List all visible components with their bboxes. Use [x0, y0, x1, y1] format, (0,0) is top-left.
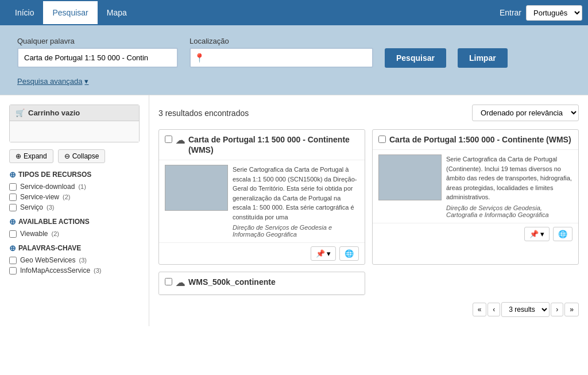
card-2-thumbnail [378, 154, 442, 200]
checkbox-service-download[interactable] [9, 183, 17, 191]
page-next-button[interactable]: › [551, 303, 563, 316]
cart-box: 🛒 Carrinho vazio [9, 105, 140, 142]
cart-body [10, 121, 139, 142]
card-2-description: Serie Cartografica da Carta de Portugal … [446, 154, 572, 202]
card-3-top: ☁ WMS_500k_continente [159, 272, 365, 295]
clear-button[interactable]: Limpar [458, 48, 508, 68]
nav-right: Entrar Português [500, 5, 582, 21]
card-2-checkbox[interactable] [378, 136, 386, 143]
card-2-info: Serie Cartografica da Carta de Portugal … [446, 154, 572, 218]
sort-select[interactable]: Ordenado por relevância [472, 105, 579, 121]
card-3-title: ☁ WMS_500k_continente [176, 277, 276, 289]
search-bar: Qualquer palavra Localização 📍 Pesquisar… [0, 25, 588, 95]
checkbox-viewable[interactable] [9, 230, 17, 238]
navbar: Início Pesquisar Mapa Entrar Português [0, 0, 588, 25]
minus-circle-icon: ⊖ [64, 152, 70, 160]
globe-icon-2: 🌐 [558, 230, 567, 238]
card-2-body: Serie Cartografica da Carta de Portugal … [373, 150, 578, 223]
card-3-checkbox[interactable] [165, 278, 172, 285]
filter-geo-webservices: Geo WebServices (3) [9, 256, 140, 264]
main-content: 3 resultados encontrados Ordenado por re… [149, 95, 588, 326]
chevron-down-icon-2: ▾ [540, 230, 544, 238]
keywords-section-title: ⊕ PALAVRAS-CHAVE [9, 243, 140, 253]
sidebar: 🛒 Carrinho vazio ⊕ Expand ⊖ Collapse ⊕ T… [0, 95, 149, 326]
entrar-button[interactable]: Entrar [500, 8, 521, 17]
card-1-thumbnail [165, 165, 228, 211]
page-last-button[interactable]: » [564, 303, 579, 316]
filter-servico: Serviço (3) [9, 203, 140, 211]
nav-inicio[interactable]: Início [6, 1, 43, 24]
card-1-info: Serie Cartografica da Carta de Portugal … [233, 165, 359, 238]
expand-button[interactable]: ⊕ Expand [9, 149, 53, 163]
card-2-actions: 📌 ▾ 🌐 [373, 223, 578, 245]
collapse-button[interactable]: ⊖ Collapse [58, 149, 106, 163]
card-1-pin-button[interactable]: 📌 ▾ [311, 246, 336, 261]
card-1-top: ☁ Carta de Portugal 1:1 500 000 - Contin… [159, 130, 365, 160]
page-prev-button[interactable]: ‹ [488, 303, 500, 316]
results-header: 3 resultados encontrados Ordenado por re… [158, 105, 579, 121]
filter-infomapaccess: InfoMapAccessService (3) [9, 266, 140, 275]
actions-section-title: ⊕ AVAILABLE ACTIONS [9, 217, 140, 226]
actions-plus-icon: ⊕ [9, 217, 16, 226]
card-2-author: Direção de Serviços de Geodesia, Cartogr… [446, 204, 572, 218]
pin-icon: 📍 [194, 53, 205, 63]
language-select[interactable]: Português [526, 5, 582, 21]
nav-mapa[interactable]: Mapa [98, 1, 136, 24]
pin-icon-2: 📌 [529, 230, 539, 238]
pin-icon-1: 📌 [316, 249, 325, 258]
card-2-globe-button[interactable]: 🌐 [553, 227, 572, 241]
content-area: 🛒 Carrinho vazio ⊕ Expand ⊖ Collapse ⊕ T… [0, 95, 588, 326]
keywords-plus-icon: ⊕ [9, 243, 16, 253]
cart-header: 🛒 Carrinho vazio [10, 105, 139, 121]
pagination: « ‹ 3 results › » [158, 302, 579, 317]
chevron-down-icon-1: ▾ [327, 249, 331, 258]
card-1-globe-button[interactable]: 🌐 [339, 246, 359, 261]
search-row: Qualquer palavra Localização 📍 Pesquisar… [17, 37, 571, 68]
any-word-input[interactable] [17, 48, 178, 68]
card-3: ☁ WMS_500k_continente [158, 272, 365, 295]
filter-service-view: Service-view (2) [9, 193, 140, 201]
checkbox-service-view[interactable] [9, 194, 17, 201]
card-1-checkbox[interactable] [165, 136, 172, 143]
location-group: Localização 📍 [189, 37, 373, 68]
location-input-wrap: 📍 [189, 48, 373, 68]
cards-grid: ☁ Carta de Portugal 1:1 500 000 - Contin… [158, 129, 579, 295]
card-1-actions: 📌 ▾ 🌐 [159, 242, 365, 264]
results-count: 3 resultados encontrados [158, 109, 249, 118]
card-1-title: ☁ Carta de Portugal 1:1 500 000 - Contin… [176, 134, 359, 155]
cart-icon: 🛒 [16, 109, 25, 117]
tipos-plus-icon: ⊕ [9, 170, 16, 179]
card-2-title: Carta de Portugal 1:500 000 - Continente… [389, 134, 571, 145]
filter-viewable: Viewable (2) [9, 230, 140, 238]
cloud-icon-1: ☁ [176, 135, 185, 147]
card-1-author: Direção de Serviços de Geodesia e Inform… [233, 224, 359, 238]
advanced-search-link[interactable]: Pesquisa avançada ▾ [17, 77, 88, 86]
tipos-section-title: ⊕ TIPOS DE RECURSOS [9, 170, 140, 179]
nav-pesquisar[interactable]: Pesquisar [43, 1, 97, 24]
expand-collapse-row: ⊕ Expand ⊖ Collapse [9, 149, 140, 163]
card-1-body: Serie Cartografica da Carta de Portugal … [159, 160, 365, 242]
globe-icon-1: 🌐 [345, 249, 354, 258]
checkbox-servico[interactable] [9, 204, 17, 211]
any-word-group: Qualquer palavra [17, 37, 178, 68]
location-input[interactable] [189, 48, 373, 68]
location-label: Localização [189, 37, 373, 45]
card-1: ☁ Carta de Portugal 1:1 500 000 - Contin… [158, 129, 365, 265]
filter-service-download: Service-download (1) [9, 183, 140, 191]
card-2: Carta de Portugal 1:500 000 - Continente… [372, 129, 579, 265]
page-first-button[interactable]: « [473, 303, 487, 316]
card-2-top: Carta de Portugal 1:500 000 - Continente… [373, 130, 578, 150]
card-1-description: Serie Cartografica da Carta de Portugal … [233, 165, 359, 222]
any-word-label: Qualquer palavra [17, 37, 178, 45]
plus-circle-icon: ⊕ [16, 152, 21, 160]
cart-label: Carrinho vazio [28, 109, 80, 117]
checkbox-geo-webservices[interactable] [9, 257, 17, 264]
card-2-pin-button[interactable]: 📌 ▾ [524, 227, 550, 241]
search-button[interactable]: Pesquisar [385, 48, 446, 68]
cloud-icon-3: ☁ [176, 277, 185, 289]
page-select[interactable]: 3 results [501, 302, 550, 317]
checkbox-infomapaccess[interactable] [9, 267, 17, 275]
